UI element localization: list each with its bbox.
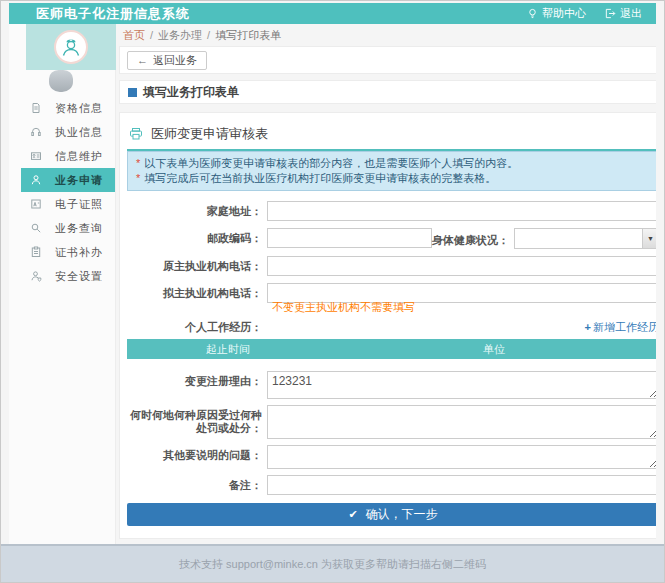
- sidebar-item-electronic-certificate[interactable]: 电子证照: [21, 192, 115, 216]
- sidebar-item-business-query[interactable]: 业务查询: [21, 216, 115, 240]
- top-bar: 医师电子化注册信息系统 帮助中心 退出: [9, 3, 656, 24]
- section-square-icon: [128, 88, 137, 97]
- plus-icon: +: [585, 321, 591, 333]
- form-title-row: 医师变更申请审核表: [127, 123, 656, 151]
- sidebar-item-security-settings[interactable]: 安全设置: [21, 264, 115, 288]
- avatar: [54, 30, 88, 64]
- search-icon: [30, 222, 42, 234]
- sidebar-item-qualification-info[interactable]: 资格信息: [21, 96, 115, 120]
- doctor-icon: [58, 34, 84, 60]
- page-title: 填写业务打印表单: [143, 84, 239, 101]
- app-window: 医师电子化注册信息系统 帮助中心 退出: [0, 0, 665, 583]
- user-shield-icon: [30, 270, 42, 282]
- asterisk-icon: *: [136, 157, 140, 169]
- chevron-down-icon[interactable]: ▼: [642, 229, 656, 248]
- id-card-icon: [30, 150, 42, 162]
- sidebar-nav: 资格信息 执业信息: [9, 96, 115, 288]
- notice-box: *以下表单为医师变更申请审核表的部分内容，也是需要医师个人填写的内容。 *填写完…: [127, 151, 656, 191]
- footer-support-text: 技术支持 support@minke.cn 为获取更多帮助请扫描右侧二维码: [179, 557, 486, 572]
- remarks-input[interactable]: [267, 475, 656, 495]
- back-arrow-icon: ←: [137, 54, 148, 66]
- app-title: 医师电子化注册信息系统: [9, 5, 190, 23]
- avatar-block: [26, 24, 116, 70]
- logout-link[interactable]: 退出: [604, 6, 642, 21]
- printer-icon: [129, 127, 143, 141]
- column-header-period: 起止时间: [127, 339, 329, 359]
- certificate-icon: [30, 198, 42, 210]
- column-header-organization: 单位: [329, 339, 656, 359]
- notice-line: *以下表单为医师变更申请审核表的部分内容，也是需要医师个人填写的内容。: [136, 156, 650, 171]
- work-history-table-header: 起止时间 单位: [127, 339, 656, 359]
- sidebar: 资格信息 执业信息: [9, 24, 116, 544]
- other-issues-textarea[interactable]: [267, 445, 656, 469]
- back-to-business-button[interactable]: ← 返回业务: [127, 51, 207, 70]
- breadcrumb-home[interactable]: 首页: [123, 28, 145, 43]
- logout-icon: [604, 8, 616, 19]
- document-icon: [30, 102, 42, 114]
- health-status-select[interactable]: ▼: [514, 228, 656, 249]
- sidebar-item-certificate-reissue[interactable]: 证书补办: [21, 240, 115, 264]
- punishment-label: 何时何地何种原因受过何种处罚或处分：: [127, 405, 267, 435]
- postal-code-input[interactable]: [267, 228, 432, 248]
- breadcrumb-current: 填写打印表单: [215, 28, 281, 43]
- breadcrumb-business[interactable]: 业务办理: [158, 28, 202, 43]
- change-reason-label: 变更注册理由：: [127, 371, 267, 388]
- avatar-shadow: [49, 70, 73, 92]
- remarks-label: 备注：: [127, 475, 267, 492]
- work-history-label: 个人工作经历：: [127, 321, 267, 334]
- sidebar-item-info-maintenance[interactable]: 信息维护: [21, 144, 115, 168]
- punishment-textarea[interactable]: [267, 405, 656, 439]
- check-icon: ✔: [348, 508, 357, 521]
- home-address-label: 家庭地址：: [127, 201, 267, 218]
- clipboard-icon: [30, 246, 42, 258]
- home-address-input[interactable]: [267, 201, 656, 221]
- original-org-phone-input[interactable]: [267, 256, 656, 276]
- original-org-phone-label: 原主执业机构电话：: [127, 256, 267, 273]
- lightbulb-icon: [527, 8, 538, 20]
- form-panel: 医师变更申请审核表 *以下表单为医师变更申请审核表的部分内容，也是需要医师个人填…: [119, 112, 656, 539]
- breadcrumb-separator: /: [150, 29, 153, 41]
- notice-line: *填写完成后可在当前执业医疗机构打印医师变更申请审核表的完整表格。: [136, 171, 650, 186]
- user-icon: [30, 174, 42, 186]
- form-title: 医师变更申请审核表: [151, 125, 268, 143]
- sidebar-item-business-application[interactable]: 业务申请: [21, 168, 115, 192]
- postal-code-label: 邮政编码：: [127, 228, 267, 245]
- breadcrumb: 首页 / 业务办理 / 填写打印表单: [119, 24, 656, 46]
- footer: 技术支持 support@minke.cn 为获取更多帮助请扫描右侧二维码: [1, 544, 664, 582]
- change-reason-textarea[interactable]: 123231: [267, 371, 656, 399]
- confirm-next-button[interactable]: ✔ 确认，下一步: [127, 503, 656, 526]
- toolbar: ← 返回业务: [119, 46, 656, 74]
- help-center-link[interactable]: 帮助中心: [527, 6, 586, 21]
- other-issues-label: 其他要说明的问题：: [127, 445, 267, 462]
- breadcrumb-separator: /: [207, 29, 210, 41]
- health-status-label: 身体健康状况：: [432, 228, 514, 248]
- proposed-org-phone-label: 拟主执业机构电话：: [127, 283, 267, 300]
- add-work-history-link[interactable]: +新增工作经历: [585, 320, 656, 335]
- sidebar-item-practice-info[interactable]: 执业信息: [21, 120, 115, 144]
- asterisk-icon: *: [136, 172, 140, 184]
- headset-icon: [30, 126, 42, 138]
- section-header: 填写业务打印表单: [119, 80, 656, 104]
